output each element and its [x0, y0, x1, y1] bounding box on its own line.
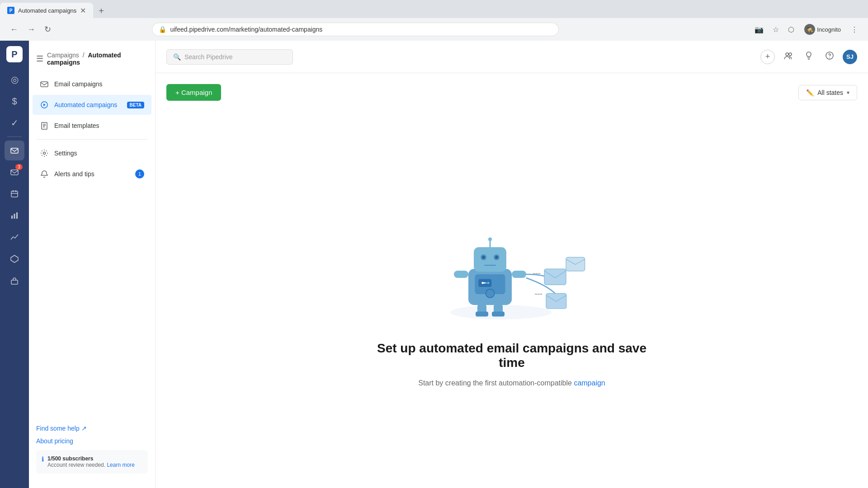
add-campaign-button[interactable]: + Campaign	[166, 84, 221, 101]
sidebar-info-content: 1/500 subscribers Account review needed.…	[47, 455, 135, 468]
svg-rect-8	[16, 212, 18, 219]
bookmark-button[interactable]: ☆	[770, 23, 782, 36]
app-layout: P ◎ $ ✓ 3 ☰ Campa	[0, 41, 868, 488]
email-campaigns-label: Email campaigns	[54, 80, 103, 88]
rail-icon-deals[interactable]: $	[5, 91, 24, 111]
info-icon: ℹ	[42, 455, 44, 463]
sidebar-item-automated-campaigns[interactable]: Automated campaigns BETA	[33, 95, 151, 115]
address-bar-url: uifeed.pipedrive.com/marketing/automated…	[170, 26, 552, 33]
breadcrumb: Campaigns / Automated campaigns	[47, 52, 148, 66]
email-campaigns-icon	[40, 80, 49, 89]
svg-point-36	[482, 256, 485, 258]
tab-close-button[interactable]: ✕	[80, 6, 86, 15]
rail-icon-products[interactable]	[5, 249, 24, 269]
tab-favicon: P	[7, 7, 14, 14]
svg-rect-0	[11, 148, 18, 153]
svg-rect-44	[492, 311, 505, 316]
incognito-button[interactable]: 🕵 Incognito	[801, 22, 844, 37]
sidebar-item-alerts[interactable]: Alerts and tips 1	[33, 164, 151, 184]
svg-rect-1	[11, 170, 18, 175]
incognito-label: Incognito	[817, 26, 841, 33]
rail-icon-calendar[interactable]	[5, 184, 24, 204]
main-header: 🔍 Search Pipedrive + SJ	[156, 41, 868, 73]
chevron-down-icon: ▾	[847, 89, 849, 96]
svg-point-17	[43, 152, 46, 155]
settings-icon	[40, 149, 49, 158]
states-dropdown[interactable]: ✏️ All states ▾	[798, 85, 857, 100]
svg-rect-11	[41, 82, 48, 87]
learn-more-link[interactable]: Learn more	[107, 462, 134, 468]
browser-tab-active[interactable]: P Automated campaigns ✕	[0, 3, 93, 18]
user-avatar[interactable]: SJ	[843, 50, 857, 64]
rail-icon-email-marketing[interactable]	[5, 141, 24, 160]
rail-logo[interactable]: P	[6, 46, 23, 62]
rail-icon-marketplace[interactable]	[5, 271, 24, 291]
states-label: All states	[817, 89, 843, 96]
help-button[interactable]	[822, 48, 837, 66]
inbox-badge: 3	[15, 164, 23, 170]
search-bar[interactable]: 🔍 Search Pipedrive	[166, 49, 293, 65]
sidebar-info-box: ℹ 1/500 subscribers Account review neede…	[36, 450, 148, 474]
refresh-button[interactable]: ↻	[42, 23, 54, 36]
rail-icon-target[interactable]: ◎	[5, 70, 24, 89]
svg-rect-49	[546, 293, 566, 309]
svg-point-37	[495, 256, 498, 258]
alerts-icon	[40, 169, 49, 178]
sidebar-header: ☰ Campaigns / Automated campaigns	[29, 48, 155, 73]
empty-state: Set up automated email campaigns and sav…	[376, 115, 647, 477]
sidebar-nav: Email campaigns Automated campaigns BETA…	[29, 73, 155, 418]
left-rail: P ◎ $ ✓ 3	[0, 41, 29, 488]
more-options-button[interactable]: ⋮	[848, 23, 861, 36]
about-pricing-link[interactable]: About pricing	[36, 437, 148, 445]
svg-rect-7	[14, 214, 15, 219]
tab-title: Automated campaigns	[18, 7, 76, 14]
edit-states-icon: ✏️	[806, 89, 814, 96]
camera-off-button[interactable]: 📷	[752, 23, 766, 36]
new-tab-button[interactable]: +	[93, 4, 109, 18]
campaign-link[interactable]: campaign	[574, 379, 605, 387]
people-button[interactable]	[780, 48, 796, 66]
sidebar-item-email-campaigns[interactable]: Email campaigns	[33, 74, 151, 94]
svg-rect-6	[11, 216, 13, 219]
svg-point-33	[488, 237, 492, 241]
svg-point-29	[487, 282, 490, 284]
lightbulb-button[interactable]	[801, 48, 816, 66]
address-bar[interactable]: 🔒 uifeed.pipedrive.com/marketing/automat…	[152, 23, 559, 36]
sidebar-divider	[36, 139, 148, 140]
search-placeholder: Search Pipedrive	[184, 53, 233, 61]
browser-actions: 📷 ☆ ⬡ 🕵 Incognito ⋮	[752, 22, 861, 37]
svg-point-30	[486, 289, 494, 297]
rail-icon-inbox[interactable]: 3	[5, 162, 24, 182]
rail-divider	[7, 136, 22, 137]
extensions-button[interactable]: ⬡	[785, 23, 797, 36]
sidebar-item-settings[interactable]: Settings	[33, 143, 151, 163]
svg-rect-31	[474, 247, 506, 272]
browser-toolbar: ← → ↻ 🔒 uifeed.pipedrive.com/marketing/a…	[0, 18, 868, 41]
alerts-count-badge: 1	[135, 169, 144, 178]
svg-rect-39	[454, 271, 468, 278]
svg-rect-10	[11, 280, 18, 284]
email-templates-label: Email templates	[54, 122, 99, 129]
rail-icon-analytics[interactable]	[5, 227, 24, 247]
main-content: 🔍 Search Pipedrive + SJ +	[156, 41, 868, 488]
info-subtext: Account review needed.	[47, 462, 105, 468]
add-button[interactable]: +	[760, 50, 775, 64]
subscribers-count: 1/500 subscribers	[47, 455, 93, 462]
campaign-area: + Campaign ✏️ All states ▾	[156, 73, 868, 488]
sidebar-item-email-templates[interactable]: Email templates	[33, 116, 151, 136]
svg-rect-47	[544, 269, 566, 285]
logo-text: P	[11, 49, 17, 60]
forward-button[interactable]: →	[24, 23, 38, 36]
empty-subtitle-text: Start by creating the first automation-c…	[418, 379, 572, 387]
back-button[interactable]: ←	[7, 23, 21, 36]
rail-icon-tasks[interactable]: ✓	[5, 113, 24, 133]
rail-icon-reports[interactable]	[5, 206, 24, 225]
automated-campaigns-label: Automated campaigns	[54, 101, 117, 108]
empty-subtitle: Start by creating the first automation-c…	[418, 379, 605, 387]
add-campaign-label: + Campaign	[175, 89, 212, 96]
breadcrumb-parent[interactable]: Campaigns	[47, 52, 79, 59]
sidebar-menu-icon[interactable]: ☰	[36, 54, 43, 64]
settings-label: Settings	[54, 150, 77, 157]
empty-title: Set up automated email campaigns and sav…	[376, 341, 647, 370]
find-help-link[interactable]: Find some help ↗	[36, 425, 148, 432]
